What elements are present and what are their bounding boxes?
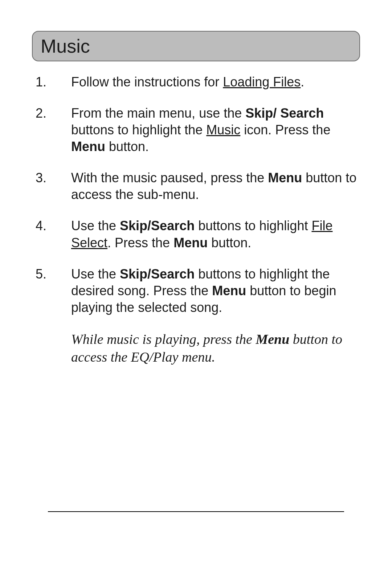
step-text: buttons to highlight	[195, 218, 311, 233]
step-text: Use the	[71, 218, 120, 233]
step-text-bold: Menu	[212, 283, 246, 298]
instruction-note: While music is playing, press the Menu b…	[32, 330, 360, 366]
step-text: .	[301, 74, 304, 89]
step-text: . Press the	[107, 235, 173, 250]
section-title: Music	[41, 36, 90, 57]
instruction-step: Follow the instructions for Loading File…	[36, 74, 360, 90]
step-text-bold: Menu	[71, 139, 105, 154]
step-text-bold: Skip/Search	[120, 218, 195, 233]
step-text: Follow the instructions for	[71, 74, 223, 89]
manual-page: Music Follow the instructions for Loadin…	[0, 0, 392, 565]
step-text: button.	[208, 235, 251, 250]
footer-divider	[48, 511, 344, 512]
step-text: icon. Press the	[240, 122, 330, 137]
note-text: While music is playing, press the	[71, 332, 256, 347]
instruction-step: Use the Skip/Search buttons to highlight…	[36, 266, 360, 316]
step-text-bold: Menu	[173, 235, 208, 250]
section-header: Music	[32, 31, 360, 61]
step-text-bold: Skip/ Search	[245, 106, 324, 121]
step-text: buttons to highlight the	[71, 122, 206, 137]
instruction-step: From the main menu, use the Skip/ Search…	[36, 105, 360, 155]
instruction-list: Follow the instructions for Loading File…	[32, 72, 360, 316]
step-text-bold: Skip/Search	[120, 267, 195, 281]
step-text-underline: Music	[206, 122, 240, 137]
note-text-bold: Menu	[256, 332, 289, 347]
step-text: From the main menu, use the	[71, 106, 245, 121]
step-text: With the music paused, press the	[71, 170, 268, 185]
instruction-step: With the music paused, press the Menu bu…	[36, 170, 360, 203]
step-text: Use the	[71, 267, 120, 281]
step-text-underline: Loading Files	[223, 74, 301, 89]
instruction-step: Use the Skip/Search buttons to highlight…	[36, 218, 360, 251]
step-text: button.	[105, 139, 149, 154]
step-text-bold: Menu	[268, 170, 302, 185]
